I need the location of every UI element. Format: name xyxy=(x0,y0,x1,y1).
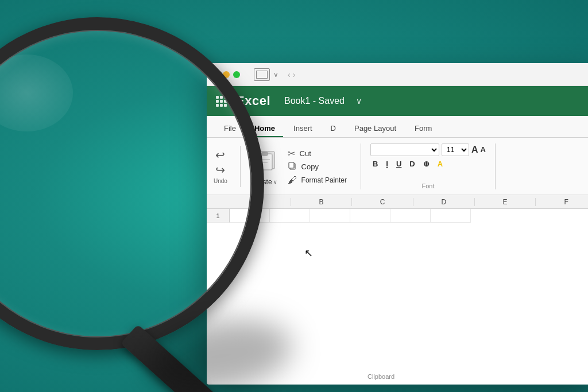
nav-arrows: ‹ › xyxy=(288,70,295,79)
col-header-c: C xyxy=(352,198,413,206)
scene: ∨ ‹ › Excel Book1 - Saved ∨ xyxy=(0,0,588,392)
close-button[interactable] xyxy=(212,71,219,78)
format-painter-row[interactable]: 🖌 Format Painter xyxy=(288,175,347,185)
col-header-f: F xyxy=(536,198,588,206)
format-painter-label: Format Painter xyxy=(301,176,347,184)
undo-section: ↩ ↩ Undo xyxy=(214,148,227,184)
svg-rect-6 xyxy=(289,162,294,168)
cut-copy-section: ✂ Cut Copy xyxy=(283,143,351,189)
font-shrink-button[interactable]: A xyxy=(481,145,486,154)
font-size-select[interactable]: 11 xyxy=(442,143,469,156)
font-highlight[interactable]: A xyxy=(435,158,445,169)
back-arrow-icon[interactable]: ‹ xyxy=(288,70,291,79)
app-name: Excel xyxy=(236,94,270,108)
paste-label-row: Paste ∨ xyxy=(254,178,277,186)
minimize-button[interactable] xyxy=(223,71,230,78)
grid-dot xyxy=(220,96,223,99)
paste-label: Paste xyxy=(254,178,272,186)
font-extra1[interactable]: D xyxy=(407,158,417,169)
font-grow-button[interactable]: A xyxy=(471,145,478,155)
window-layout-icon xyxy=(254,68,270,81)
grid-dot xyxy=(216,100,219,103)
copy-icon xyxy=(288,161,297,173)
cells-row-1 xyxy=(230,209,471,223)
traffic-lights xyxy=(212,71,240,78)
col-header-d: D xyxy=(413,198,475,206)
grid-dot xyxy=(224,100,227,103)
tab-insert[interactable]: Insert xyxy=(285,121,320,137)
copy-row[interactable]: Copy xyxy=(288,161,347,173)
tab-d[interactable]: D xyxy=(323,121,344,137)
grid-dot xyxy=(220,100,223,103)
format-painter-icon: 🖌 xyxy=(288,175,297,185)
cut-label: Cut xyxy=(300,149,311,158)
cell-c1[interactable] xyxy=(310,209,350,223)
ribbon-toolbar: ↩ ↩ Undo xyxy=(207,138,588,195)
title-bar: ∨ ‹ › xyxy=(207,63,588,86)
paste-icon[interactable] xyxy=(255,147,277,174)
underline-button[interactable]: I xyxy=(384,158,390,169)
undo-label: Undo xyxy=(214,178,227,184)
cell-b1[interactable] xyxy=(270,209,310,223)
app-grid-icon xyxy=(216,96,227,107)
grid-dot xyxy=(224,104,227,107)
font-group: 11 A A B I U D ⊕ A Font xyxy=(370,143,496,189)
cell-d1[interactable] xyxy=(350,209,390,223)
grid-dot xyxy=(220,104,223,107)
redo-icon[interactable]: ↩ xyxy=(215,163,225,177)
ribbon-tabs: File Home Insert D Page Layout Form xyxy=(207,116,588,138)
paste-section: Paste ∨ xyxy=(249,143,283,189)
svg-rect-1 xyxy=(257,154,272,170)
title-dropdown-icon[interactable]: ∨ xyxy=(356,96,362,106)
row-1: 1 xyxy=(207,209,588,223)
col-header-e: E xyxy=(475,198,536,206)
tab-file[interactable]: File xyxy=(216,121,244,137)
col-header-a: A xyxy=(230,198,291,206)
excel-window: ∨ ‹ › Excel Book1 - Saved ∨ xyxy=(207,63,588,385)
strikethrough-button[interactable]: U xyxy=(394,158,404,169)
tab-form[interactable]: Form xyxy=(407,121,440,137)
font-family-select[interactable] xyxy=(370,143,439,156)
clipboard-group: Paste ∨ ✂ Cut xyxy=(249,143,361,189)
col-header-b: B xyxy=(291,198,353,206)
cut-icon: ✂ xyxy=(288,148,295,159)
document-title: Book1 - Saved xyxy=(284,96,345,106)
undo-icon[interactable]: ↩ xyxy=(215,148,225,162)
paste-dropdown-icon[interactable]: ∨ xyxy=(273,179,277,185)
cell-f1[interactable] xyxy=(431,209,471,223)
grid-dot xyxy=(216,104,219,107)
title-controls: ∨ xyxy=(254,68,278,81)
svg-rect-2 xyxy=(262,152,268,156)
copy-label: Copy xyxy=(301,162,319,171)
font-extra2[interactable]: ⊕ xyxy=(421,158,432,169)
forward-arrow-icon[interactable]: › xyxy=(293,70,296,79)
font-top-row: 11 A A xyxy=(370,143,486,156)
bold-button[interactable]: B xyxy=(370,158,380,169)
cut-row[interactable]: ✂ Cut xyxy=(288,148,347,159)
tab-page-layout[interactable]: Page Layout xyxy=(346,121,404,137)
row-number-1: 1 xyxy=(207,209,230,223)
grid-dot xyxy=(224,96,227,99)
app-bar: Excel Book1 - Saved ∨ xyxy=(207,86,588,116)
cell-a1[interactable] xyxy=(230,209,270,223)
col-headers: A B C D E F xyxy=(207,195,588,209)
font-group-label: Font xyxy=(370,183,486,189)
font-format-row: B I U D ⊕ A xyxy=(370,158,486,169)
tab-home[interactable]: Home xyxy=(246,121,283,137)
maximize-button[interactable] xyxy=(233,71,240,78)
title-chevron-icon: ∨ xyxy=(273,71,278,79)
divider xyxy=(240,146,241,187)
grid-dot xyxy=(216,96,219,99)
clipboard-group-label: Clipboard xyxy=(368,373,394,380)
cell-e1[interactable] xyxy=(390,209,431,223)
